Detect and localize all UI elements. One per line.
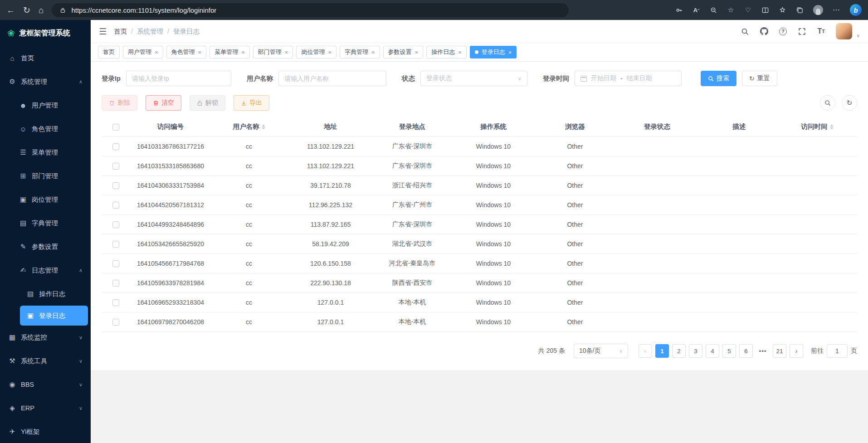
table-toolbar: 删除 清空 解锁 导出 ↻ [102,93,857,117]
sidebar-item-bbs[interactable]: ◉BBS∨ [0,373,91,396]
prev-page-button[interactable]: ‹ [639,344,652,358]
sidebar-item-dept[interactable]: ⊞部门管理 [0,164,91,188]
breadcrumb-item[interactable]: 首页 [114,27,127,36]
zoom-icon[interactable] [710,6,717,14]
status-select[interactable]: 登录状态 ∨ [420,71,527,86]
close-tab-icon[interactable]: × [198,49,202,55]
delete-button[interactable]: 删除 [102,95,137,111]
login-ip-input[interactable] [126,71,231,86]
key-icon[interactable] [675,6,683,14]
close-tab-icon[interactable]: × [241,49,245,55]
sidebar-item-role[interactable]: ☺角色管理 [0,117,91,141]
avatar[interactable] [836,23,852,39]
sidebar-toggle-icon[interactable]: ☰ [99,26,107,37]
browser-menu-icon[interactable]: ⋯ [833,6,840,14]
sidebar-item-erp[interactable]: ◈ERP∨ [0,396,91,420]
tab-操作日志[interactable]: 操作日志× [426,46,467,58]
sidebar-item-system[interactable]: ⚙系统管理∧ [0,70,91,93]
profile-icon[interactable] [813,5,823,15]
collections-icon[interactable] [796,6,804,14]
clear-button[interactable]: 清空 [146,95,181,111]
reload-icon[interactable]: ↻ [23,6,30,15]
login-time-range-picker[interactable]: 开始日期 - 结束日期 [575,71,682,86]
sidebar-item-operlog[interactable]: ▤操作日志 [0,282,91,306]
bing-icon[interactable]: b [850,4,862,16]
browser-home-icon[interactable]: ⌂ [39,6,44,15]
font-size-icon[interactable]: TT [817,27,826,36]
page-size-select[interactable]: 10条/页 ∨ [574,344,628,358]
row-checkbox[interactable] [112,280,119,287]
row-checkbox[interactable] [112,221,119,228]
row-checkbox[interactable] [112,319,119,326]
fullscreen-icon[interactable] [798,27,807,36]
tab-字典管理[interactable]: 字典管理× [340,46,380,58]
close-tab-icon[interactable]: × [155,49,158,55]
sidebar-item-dict[interactable]: ▤字典管理 [0,211,91,235]
goto-page-input[interactable] [827,344,848,358]
close-tab-icon[interactable]: × [371,49,375,55]
read-aloud-icon[interactable]: A” [692,6,700,14]
row-checkbox[interactable] [112,163,119,170]
page-button-6[interactable]: 6 [739,344,753,358]
address-bar[interactable]: https://ccnetcore.com:1101/system/log/lo… [52,3,569,17]
page-button-2[interactable]: 2 [672,344,686,358]
reset-button[interactable]: ↻ 重置 [742,71,777,86]
close-tab-icon[interactable]: × [415,49,419,55]
sidebar-item-monitor[interactable]: ▦系统监控∨ [0,326,91,349]
row-checkbox[interactable] [112,260,119,267]
close-tab-icon[interactable]: × [508,49,512,55]
export-button[interactable]: 导出 [234,95,269,111]
refresh-table-button[interactable]: ↻ [842,95,857,111]
sort-caret-up-icon[interactable] [830,125,834,127]
row-checkbox[interactable] [112,143,119,150]
tab-角色管理[interactable]: 角色管理× [166,46,207,58]
page-button-1[interactable]: 1 [655,344,669,358]
favorites-bar-icon[interactable] [779,6,786,14]
breadcrumb-item[interactable]: 系统管理 [137,27,163,36]
tab-菜单管理[interactable]: 菜单管理× [210,46,250,58]
sidebar-item-menu[interactable]: ☰菜单管理 [0,141,91,164]
sort-caret-down-icon[interactable] [830,127,834,129]
tab-参数设置[interactable]: 参数设置× [383,46,424,58]
sidebar-item-param[interactable]: ✎参数设置 [0,235,91,258]
close-tab-icon[interactable]: × [285,49,288,55]
row-checkbox[interactable] [112,241,119,248]
select-all-checkbox[interactable] [112,124,119,131]
row-checkbox[interactable] [112,299,119,306]
browser-essentials-icon[interactable]: ♡ [744,6,752,14]
page-button-3[interactable]: 3 [689,344,702,358]
tab-用户管理[interactable]: 用户管理× [123,46,163,58]
split-screen-icon[interactable] [761,6,769,14]
sort-caret-up-icon[interactable] [262,125,265,127]
github-icon[interactable] [760,27,769,36]
search-button[interactable]: 搜索 [701,71,736,86]
page-button-4[interactable]: 4 [706,344,719,358]
row-checkbox[interactable] [112,202,119,209]
sort-caret-down-icon[interactable] [262,127,265,129]
page-button-5[interactable]: 5 [722,344,736,358]
tab-部门管理[interactable]: 部门管理× [253,46,293,58]
close-tab-icon[interactable]: × [458,49,462,55]
back-icon[interactable]: ← [6,6,15,15]
tab-登录日志[interactable]: 登录日志× [470,46,517,58]
help-icon[interactable]: ? [779,27,788,36]
tab-首页[interactable]: 首页 [98,46,120,58]
search-icon[interactable] [741,27,750,36]
show-search-toggle-button[interactable] [820,95,835,111]
sidebar-item-user[interactable]: ☻用户管理 [0,93,91,117]
row-checkbox[interactable] [112,182,119,189]
username-input[interactable] [278,71,386,86]
sidebar-item-post[interactable]: ▣岗位管理 [0,188,91,211]
sidebar-item-yi[interactable]: ✈Yi框架 [0,420,91,443]
close-tab-icon[interactable]: × [328,49,332,55]
next-page-button[interactable]: › [790,344,803,358]
unlock-button[interactable]: 解锁 [190,95,225,111]
page-button-21[interactable]: 21 [773,344,786,358]
sidebar-item-loginlog[interactable]: ▣登录日志 [20,306,88,326]
favorites-add-icon[interactable]: ☆ [727,6,735,14]
page-ellipsis[interactable]: ••• [756,344,770,358]
tab-岗位管理[interactable]: 岗位管理× [296,46,336,58]
sidebar-item-tool[interactable]: ⚒系统工具∨ [0,349,91,373]
sidebar-item-log[interactable]: ✍日志管理∧ [0,258,91,282]
sidebar-item-home[interactable]: ⌂首页 [0,46,91,70]
